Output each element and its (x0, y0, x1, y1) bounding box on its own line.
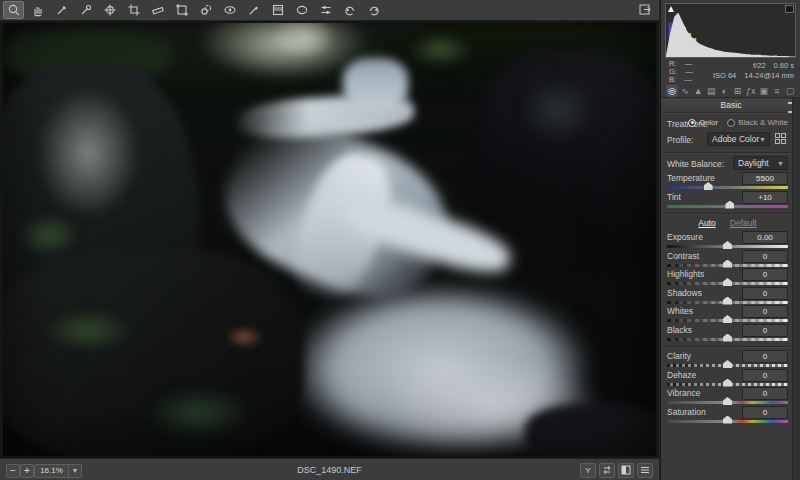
dehaze-thumb[interactable] (723, 379, 732, 387)
transform-tool[interactable] (171, 1, 192, 19)
zoom-tool[interactable] (3, 1, 24, 19)
shadows-slider[interactable]: Shadows0 (667, 288, 788, 306)
saturation-value[interactable]: 0 (742, 406, 788, 419)
rotate-right-button[interactable] (363, 1, 384, 19)
blacks-value[interactable]: 0 (742, 324, 788, 337)
preview-preferences-button[interactable] (637, 463, 653, 478)
vibrance-slider[interactable]: Vibrance0 (667, 388, 788, 406)
rotate-left-button-icon (343, 3, 357, 17)
blacks-slider[interactable]: Blacks0 (667, 325, 788, 343)
adjustment-brush-tool[interactable] (243, 1, 264, 19)
contrast-value[interactable]: 0 (742, 250, 788, 263)
shadows-thumb[interactable] (723, 297, 732, 305)
panel-scrollbar[interactable] (792, 98, 800, 480)
image-viewport[interactable] (0, 21, 659, 458)
radio-label: Black & White (738, 118, 788, 127)
graduated-filter-tool[interactable] (267, 1, 288, 19)
tint-thumb[interactable] (725, 201, 734, 209)
highlights-slider[interactable]: Highlights0 (667, 269, 788, 287)
shadow-clipping-indicator[interactable] (667, 5, 676, 13)
vibrance-thumb[interactable] (723, 397, 732, 405)
exposure-thumb[interactable] (723, 241, 732, 249)
tint-value[interactable]: +10 (742, 191, 788, 204)
dehaze-slider[interactable]: Dehaze0 (667, 370, 788, 388)
tint-slider[interactable]: Tint+10 (667, 192, 788, 210)
copy-settings-button[interactable] (618, 463, 634, 478)
tab-tone-curve[interactable]: ∿ (679, 85, 691, 97)
rotate-left-button[interactable] (339, 1, 360, 19)
tab-detail[interactable]: ▲ (692, 85, 704, 97)
white-balance-group: White Balance: Daylight ▼ Temperature550… (661, 153, 794, 214)
tab-effects-icon: ƒx (746, 86, 756, 96)
red-eye-tool[interactable] (219, 1, 240, 19)
shutter-value: 0.60 s (774, 61, 794, 70)
preview-mode-button[interactable]: Y (580, 463, 596, 478)
crop-tool-icon (127, 3, 141, 17)
profile-label: Profile: (667, 135, 693, 145)
temperature-slider[interactable]: Temperature5500 (667, 173, 788, 191)
spot-removal-tool[interactable] (195, 1, 216, 19)
whites-slider[interactable]: Whites0 (667, 306, 788, 324)
default-link[interactable]: Default (730, 218, 757, 228)
panel-tab-strip: ◎∿▲▤◐⊞ƒx▣≡▢ (661, 85, 800, 98)
tab-basic[interactable]: ◎ (666, 85, 678, 97)
whites-value[interactable]: 0 (742, 305, 788, 318)
tab-effects[interactable]: ƒx (745, 85, 757, 97)
highlight-clipping-indicator[interactable] (785, 5, 794, 13)
temperature-thumb[interactable] (704, 182, 713, 190)
shadows-value[interactable]: 0 (742, 287, 788, 300)
blacks-thumb[interactable] (723, 334, 732, 342)
contrast-label: Contrast (667, 251, 699, 261)
tab-hsl-grayscale[interactable]: ▤ (705, 85, 717, 97)
dehaze-value[interactable]: 0 (742, 369, 788, 382)
tab-camera-calibration[interactable]: ▣ (758, 85, 770, 97)
saturation-slider[interactable]: Saturation0 (667, 407, 788, 425)
clarity-slider[interactable]: Clarity0 (667, 351, 788, 369)
contrast-thumb[interactable] (723, 260, 732, 268)
saturation-thumb[interactable] (723, 416, 732, 424)
white-balance-label: White Balance: (667, 159, 724, 169)
swap-before-after-button[interactable] (599, 463, 615, 478)
histogram[interactable] (665, 3, 796, 58)
tab-camera-calibration-icon: ▣ (760, 86, 769, 96)
tab-split-toning-icon: ◐ (722, 86, 727, 96)
contrast-slider[interactable]: Contrast0 (667, 251, 788, 269)
highlights-thumb[interactable] (723, 278, 732, 286)
crop-tool[interactable] (123, 1, 144, 19)
straighten-tool[interactable] (147, 1, 168, 19)
white-balance-tool[interactable] (51, 1, 72, 19)
tab-snapshots[interactable]: ▢ (784, 85, 796, 97)
color-sampler-tool[interactable] (75, 1, 96, 19)
zoom-tool-icon (7, 3, 21, 17)
clarity-thumb[interactable] (723, 360, 732, 368)
clarity-value[interactable]: 0 (742, 350, 788, 363)
treatment-radio-color[interactable]: Color (688, 118, 718, 127)
exposure-slider[interactable]: Exposure0.00 (667, 232, 788, 250)
tab-split-toning[interactable]: ◐ (718, 85, 730, 97)
hand-tool[interactable] (27, 1, 48, 19)
targeted-adjustment-tool[interactable] (99, 1, 120, 19)
tab-hsl-grayscale-icon: ▤ (707, 86, 716, 96)
tab-detail-icon: ▲ (694, 86, 703, 96)
rgb-readout: R:— G:— B:— (669, 60, 696, 84)
photo-canvas[interactable] (3, 23, 656, 456)
copy-settings-button-icon (621, 465, 631, 477)
fullscreen-toggle-icon[interactable] (636, 2, 654, 17)
vibrance-value[interactable]: 0 (742, 387, 788, 400)
temperature-track[interactable] (667, 186, 788, 189)
rotate-right-button-icon (367, 3, 381, 17)
exposure-value[interactable]: 0.00 (742, 231, 788, 244)
tab-presets[interactable]: ≡ (771, 85, 783, 97)
status-bar: − + 16.1% ▼ DSC_1490.NEF Y (0, 458, 659, 480)
profile-select[interactable]: Adobe Color ▼ (707, 132, 770, 146)
tab-lens-corrections[interactable]: ⊞ (732, 85, 744, 97)
whites-thumb[interactable] (723, 315, 732, 323)
treatment-radio-black-white[interactable]: Black & White (727, 118, 788, 127)
auto-link[interactable]: Auto (698, 218, 716, 228)
temperature-value[interactable]: 5500 (742, 172, 788, 185)
radial-filter-tool[interactable] (291, 1, 312, 19)
highlights-value[interactable]: 0 (742, 268, 788, 281)
preferences-button[interactable] (315, 1, 336, 19)
profile-browser-icon[interactable] (775, 133, 788, 145)
white-balance-select[interactable]: Daylight ▼ (733, 156, 788, 170)
